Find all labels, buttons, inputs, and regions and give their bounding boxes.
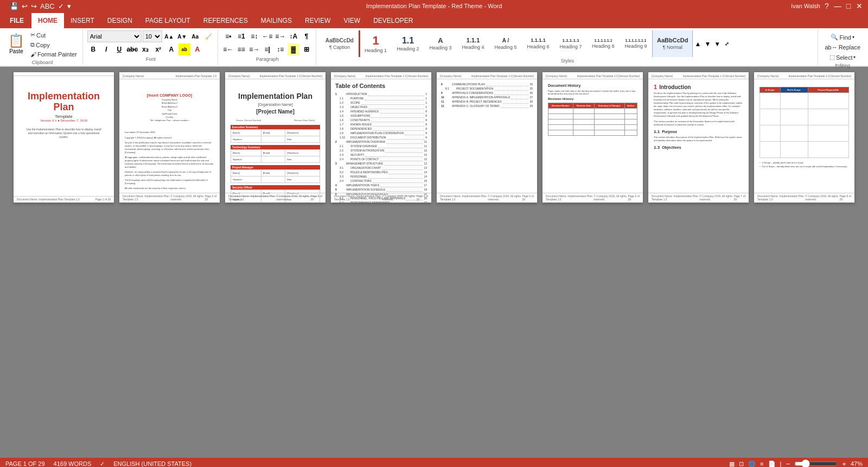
tab-references[interactable]: REFERENCES xyxy=(197,13,254,28)
tab-insert[interactable]: INSERT xyxy=(64,13,101,28)
style-heading8-label: Heading 8 xyxy=(592,43,615,49)
page-8[interactable]: [Company Name] Implementation Plan Templ… xyxy=(754,72,854,203)
page-6[interactable]: [Company Name] Implementation Plan Templ… xyxy=(542,72,643,203)
close-button[interactable]: ✕ xyxy=(855,2,864,10)
help-button[interactable]: ? xyxy=(822,2,831,10)
zoom-in-button[interactable]: + xyxy=(842,460,846,468)
font-color-button[interactable]: A xyxy=(192,43,203,55)
tab-file[interactable]: FILE xyxy=(2,13,31,28)
superscript-button[interactable]: x² xyxy=(152,43,164,55)
font-size-select[interactable]: 10 xyxy=(143,30,162,42)
style-heading9[interactable]: 1.1.1.1.1.1.1 Heading 9 xyxy=(620,30,652,57)
zoom-out-button[interactable]: − xyxy=(786,460,790,468)
justify-button[interactable]: ≡| xyxy=(261,43,273,55)
tab-page-layout[interactable]: PAGE LAYOUT xyxy=(139,13,197,28)
show-hide-button[interactable]: ¶ xyxy=(301,30,312,42)
pm-email: [Email] xyxy=(261,170,285,176)
format-painter-button[interactable]: 🖌 Format Painter xyxy=(28,50,79,59)
bullets-button[interactable]: ≡• xyxy=(222,30,234,42)
page-1[interactable]: Implementation Plan Template Version X.x… xyxy=(14,72,114,203)
redo-button[interactable]: ↪ xyxy=(30,1,38,11)
save-button[interactable]: 💾 xyxy=(9,1,20,11)
style-heading5[interactable]: A / Heading 5 xyxy=(489,30,522,57)
page-4[interactable]: [Company Name] Implementation Plan Templ… xyxy=(331,72,431,203)
paste-button[interactable]: 📋 Paste xyxy=(5,30,27,56)
view-draft[interactable]: 📄 xyxy=(768,460,776,468)
increase-indent-button[interactable]: ≡→ xyxy=(275,30,286,42)
font-grow-button[interactable]: A▲ xyxy=(163,30,175,42)
sort-button[interactable]: ↕A xyxy=(288,30,299,42)
style-heading4[interactable]: 1.1.1 Heading 4 xyxy=(457,30,489,57)
page-3[interactable]: [Company Name] Implementation Plan Templ… xyxy=(225,72,326,203)
replace-button[interactable]: ab↔ Replace xyxy=(822,43,863,52)
minimize-button[interactable]: — xyxy=(833,2,842,10)
align-left-button[interactable]: ≡← xyxy=(222,43,234,55)
multilevel-list-button[interactable]: ≡↕ xyxy=(248,30,260,42)
page8-content: In Scope Not In Scope Person Responsible xyxy=(754,79,854,172)
toc-text-1-2: SCOPE xyxy=(350,101,360,105)
style-heading3[interactable]: A Heading 3 xyxy=(424,30,457,57)
style-heading6[interactable]: 1.1.1.1 Heading 6 xyxy=(522,30,554,57)
view-print-layout[interactable]: ▦ xyxy=(729,460,735,468)
numbering-button[interactable]: ≡1 xyxy=(235,30,247,42)
style-normal[interactable]: AaBbCcDd ¶ Normal xyxy=(652,30,693,57)
text-effects-button[interactable]: A xyxy=(165,43,177,55)
styles-dialog[interactable]: ⤢ xyxy=(722,39,732,49)
page6-template: Implementation Plan Template 1.0 [Versio… xyxy=(577,74,640,78)
underline-button[interactable]: U xyxy=(113,43,125,55)
spelling-button[interactable]: ABC xyxy=(39,1,56,11)
clear-format-button[interactable]: 🧹 xyxy=(202,30,214,42)
cell xyxy=(573,125,595,130)
toc-num-3-1: 3.1 xyxy=(340,166,350,170)
style-heading7[interactable]: 1.1.1.1.1 Heading 7 xyxy=(554,30,587,57)
line-spacing-button[interactable]: ↕≡ xyxy=(275,43,286,55)
tab-mailings[interactable]: MAILINGS xyxy=(254,13,298,28)
cut-button[interactable]: ✂ Cut xyxy=(28,30,79,40)
change-case-button[interactable]: Aa xyxy=(189,30,201,42)
styles-scroll-up[interactable]: ▲ xyxy=(693,39,703,49)
tab-design[interactable]: DESIGN xyxy=(101,13,139,28)
view-web[interactable]: 🌐 xyxy=(748,460,756,468)
tab-view[interactable]: VIEW xyxy=(337,13,367,28)
maximize-button[interactable]: □ xyxy=(844,2,853,10)
tab-developer[interactable]: DEVELOPER xyxy=(367,13,419,28)
view-outline[interactable]: ≡ xyxy=(760,460,763,467)
select-button[interactable]: ⬚ Select ▾ xyxy=(827,53,858,62)
styles-expand[interactable]: ▾ xyxy=(712,39,722,49)
page-7[interactable]: [Company Name] Implementation Plan Templ… xyxy=(648,72,749,203)
toc-page-1-2: 1 xyxy=(425,101,427,105)
cell xyxy=(573,130,595,136)
check-button[interactable]: ✓ xyxy=(57,1,65,11)
find-button[interactable]: 🔍 Find ▾ xyxy=(828,33,856,42)
borders-button[interactable]: ⊞ xyxy=(301,43,312,55)
strikethrough-button[interactable]: abc xyxy=(126,43,138,55)
style-heading8[interactable]: 1.1.1.1.1.1 Heading 8 xyxy=(587,30,620,57)
align-right-button[interactable]: ≡→ xyxy=(248,43,260,55)
italic-button[interactable]: I xyxy=(100,43,112,55)
undo-button[interactable]: ↩ xyxy=(21,1,29,11)
view-full-screen[interactable]: ⊡ xyxy=(739,460,744,468)
document-area[interactable]: Implementation Plan Template Version X.x… xyxy=(0,67,868,458)
page-5[interactable]: [Company Name] Implementation Plan Templ… xyxy=(437,72,537,203)
styles-scroll-down[interactable]: ▼ xyxy=(703,39,712,49)
style-heading1[interactable]: 1 Heading 1 xyxy=(359,30,392,57)
copy-button[interactable]: ⧉ Copy xyxy=(28,40,79,49)
tab-home[interactable]: HOME xyxy=(31,13,64,28)
subscript-button[interactable]: x₂ xyxy=(139,43,151,55)
align-center-button[interactable]: ≡≡ xyxy=(235,43,247,55)
page-2[interactable]: [Company Name] Implementation Plan Templ… xyxy=(119,72,220,203)
style-caption[interactable]: AaBbCcDd ¶ Caption xyxy=(321,30,359,57)
bold-button[interactable]: B xyxy=(87,43,99,55)
toc-page-5: 19 xyxy=(424,188,427,192)
zoom-slider[interactable] xyxy=(794,459,838,467)
tab-review[interactable]: REVIEW xyxy=(298,13,337,28)
decrease-indent-button[interactable]: ←≡ xyxy=(261,30,273,42)
font-name-select[interactable]: Arial xyxy=(87,30,142,42)
toc2-items: 8COMMUNICATIONS PLAN25 8.1PROJECT DOCUME… xyxy=(441,83,533,108)
style-heading2[interactable]: 1.1 Heading 2 xyxy=(392,30,424,57)
font-shrink-button[interactable]: A▼ xyxy=(176,30,188,42)
pm-sig: Signature xyxy=(231,176,261,183)
text-highlight-button[interactable]: ab xyxy=(178,43,190,55)
shading-button[interactable]: ▓ xyxy=(288,43,299,55)
customize-quick-access[interactable]: ▾ xyxy=(66,1,72,11)
